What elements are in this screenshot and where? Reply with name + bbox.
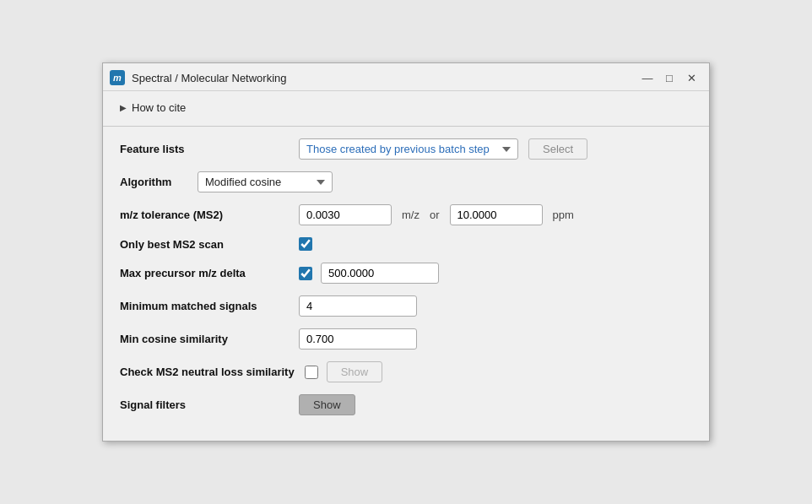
how-to-cite-arrow-icon: ▶: [120, 103, 127, 112]
min-matched-signals-label: Minimum matched signals: [120, 300, 289, 312]
only-best-ms2-row: Only best MS2 scan: [120, 237, 692, 251]
mz-unit1-label: m/z: [402, 209, 420, 221]
min-matched-signals-row: Minimum matched signals: [120, 295, 692, 317]
check-ms2-neutral-label: Check MS2 neutral loss similarity: [120, 366, 295, 378]
max-precursor-row: Max precursor m/z delta: [120, 263, 692, 284]
feature-lists-row: Feature lists Those created by previous …: [120, 138, 692, 160]
select-button[interactable]: Select: [528, 138, 587, 160]
mz-tolerance-value2[interactable]: [450, 204, 543, 225]
signal-filters-show-button[interactable]: Show: [299, 394, 355, 415]
max-precursor-checkbox[interactable]: [299, 267, 312, 280]
divider: [103, 126, 709, 127]
mz-tolerance-row: m/z tolerance (MS2) m/z or ppm: [120, 204, 692, 225]
check-ms2-neutral-checkbox[interactable]: [305, 366, 318, 379]
min-cosine-row: Min cosine similarity: [120, 328, 692, 350]
algorithm-dropdown[interactable]: Modified cosineCosineNeutral loss: [198, 171, 333, 192]
only-best-ms2-label: Only best MS2 scan: [120, 238, 289, 251]
signal-filters-row: Signal filters Show: [120, 394, 692, 415]
check-ms2-neutral-show-button: Show: [327, 361, 383, 382]
title-bar-left: m Spectral / Molecular Networking: [110, 70, 287, 85]
window-title: Spectral / Molecular Networking: [132, 72, 287, 84]
feature-lists-dropdown[interactable]: Those created by previous batch stepAll …: [299, 138, 518, 160]
algorithm-row: Algorithm Modified cosineCosineNeutral l…: [120, 171, 692, 192]
mz-tolerance-label: m/z tolerance (MS2): [120, 209, 289, 221]
mz-unit2-label: ppm: [553, 209, 574, 221]
max-precursor-checkbox-container: [299, 263, 439, 284]
main-window: m Spectral / Molecular Networking — □ ✕ …: [102, 62, 710, 442]
close-button[interactable]: ✕: [684, 70, 699, 85]
how-to-cite-row[interactable]: ▶ How to cite: [120, 101, 692, 114]
maximize-button[interactable]: □: [662, 70, 677, 85]
max-precursor-value[interactable]: [321, 263, 439, 284]
minimize-button[interactable]: —: [640, 70, 655, 85]
or-label: or: [430, 209, 440, 221]
min-cosine-label: Min cosine similarity: [120, 333, 289, 345]
min-matched-signals-value[interactable]: [299, 295, 417, 317]
only-best-ms2-checkbox[interactable]: [299, 237, 312, 251]
check-ms2-neutral-checkbox-container: Show: [305, 361, 383, 382]
feature-lists-label: Feature lists: [120, 143, 289, 155]
window-controls: — □ ✕: [640, 70, 699, 85]
form-content: ▶ How to cite Feature lists Those create…: [103, 91, 709, 441]
title-bar: m Spectral / Molecular Networking — □ ✕: [103, 63, 709, 91]
check-ms2-neutral-row: Check MS2 neutral loss similarity Show: [120, 361, 692, 382]
min-cosine-value[interactable]: [299, 328, 417, 350]
signal-filters-label: Signal filters: [120, 398, 289, 411]
algorithm-label: Algorithm: [120, 176, 187, 188]
mz-tolerance-value1[interactable]: [299, 204, 392, 225]
app-logo: m: [110, 70, 125, 85]
max-precursor-label: Max precursor m/z delta: [120, 267, 289, 279]
how-to-cite-label: How to cite: [132, 101, 186, 114]
only-best-ms2-checkbox-container: [299, 237, 312, 251]
